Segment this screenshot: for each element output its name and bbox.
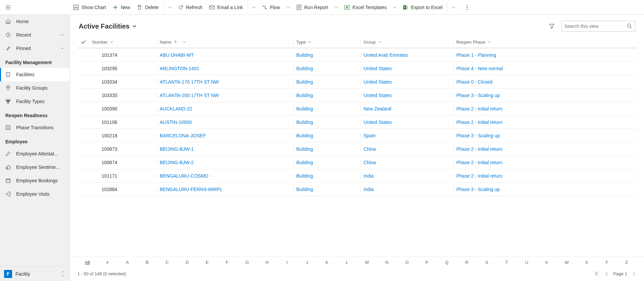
table-row[interactable]: 103334ATLANTA-170 17TH ST NWBuildingUnit… [77, 75, 637, 89]
alpha-filter-x[interactable]: X [577, 259, 597, 266]
cell-group-link[interactable]: China [361, 160, 453, 165]
sidebar-item-facilities[interactable]: Facilities [0, 68, 70, 81]
show-chart-button[interactable]: Show Chart [70, 0, 109, 15]
sidebar-item-home[interactable]: Home [0, 15, 70, 28]
flow-chevron[interactable] [283, 0, 293, 15]
sidebar-footer[interactable]: F Facility [0, 266, 70, 281]
table-row[interactable]: 100218BARCELONA-JOSEPBuildingSpainPhase … [77, 129, 637, 142]
new-button[interactable]: New [109, 0, 134, 15]
search-box[interactable] [561, 21, 635, 32]
select-all-checkbox[interactable] [77, 39, 89, 45]
flow-button[interactable]: Flow [259, 0, 283, 15]
hamburger-menu[interactable] [0, 0, 16, 15]
cell-type-link[interactable]: Building [293, 52, 361, 58]
alpha-filter-g[interactable]: G [237, 259, 257, 266]
cell-type-link[interactable]: Building [293, 173, 361, 179]
alpha-filter-l[interactable]: L [337, 259, 357, 266]
cell-type-link[interactable]: Building [293, 106, 361, 111]
cell-type-link[interactable]: Building [293, 187, 361, 192]
alpha-filter-m[interactable]: M [357, 259, 377, 266]
alpha-filter-p[interactable]: P [417, 259, 437, 266]
cell-phase-link[interactable]: Phase 3 - Scaling up [453, 93, 637, 98]
sidebar-item-recent[interactable]: Recent [0, 28, 70, 42]
cell-phase-link[interactable]: Phase 2 - Initial return [453, 146, 637, 152]
table-row[interactable]: 100874BEIJING-BJW-2BuildingChinaPhase 2 … [77, 156, 637, 169]
excel-templates-button[interactable]: Excel Templates [341, 0, 390, 15]
cell-group-link[interactable]: United Arab Emirates [361, 52, 453, 58]
alpha-filter-n[interactable]: N [377, 259, 397, 266]
cell-phase-link[interactable]: Phase 3 - Scaling up [453, 187, 637, 192]
cell-type-link[interactable]: Building [293, 120, 361, 125]
table-row[interactable]: 102884BENGALURU-FERNS-MIRPLBuildingIndia… [77, 183, 637, 196]
alpha-filter-all[interactable]: All [77, 259, 97, 266]
alpha-filter-q[interactable]: Q [437, 259, 457, 266]
sidebar-item-employee-attestations[interactable]: Employee Attestat... [0, 147, 70, 160]
alpha-filter-c[interactable]: C [157, 259, 177, 266]
alpha-filter-j[interactable]: J [297, 259, 317, 266]
alpha-filter-y[interactable]: Y [597, 259, 616, 266]
search-icon[interactable] [627, 24, 632, 29]
alpha-filter-z[interactable]: Z [617, 259, 637, 266]
alpha-filter-d[interactable]: D [177, 259, 197, 266]
export-chevron[interactable] [449, 0, 458, 15]
cell-name-link[interactable]: BEIJING-BJW-2 [157, 160, 293, 165]
cell-phase-link[interactable]: Phase 0 - Closed [453, 79, 637, 85]
table-row[interactable]: 101106AUSTIN-10900BuildingUnited StatesP… [77, 115, 637, 129]
cell-phase-link[interactable]: Phase 2 - Initial return [453, 173, 637, 179]
cell-name-link[interactable]: ARLINGTON-1401 [157, 66, 293, 71]
cell-type-link[interactable]: Building [293, 160, 361, 165]
cell-group-link[interactable]: United States [361, 66, 453, 71]
alpha-filter-k[interactable]: K [317, 259, 337, 266]
more-commands[interactable] [461, 0, 473, 15]
sidebar-item-phase-transitions[interactable]: Phase Transitions [0, 121, 70, 134]
alpha-filter-e[interactable]: E [197, 259, 217, 266]
delete-chevron[interactable] [165, 0, 175, 15]
cell-group-link[interactable]: United States [361, 120, 453, 125]
templates-chevron[interactable] [390, 0, 400, 15]
sidebar-item-pinned[interactable]: Pinned [0, 42, 70, 55]
cell-name-link[interactable]: BENGALURU-FERNS-MIRPL [157, 187, 293, 192]
cell-name-link[interactable]: BARCELONA-JOSEP [157, 133, 293, 138]
alpha-filter-i[interactable]: I [277, 259, 297, 266]
sidebar-item-employee-bookings[interactable]: Employee Bookings [0, 174, 70, 187]
sidebar-item-facility-types[interactable]: Facility Types [0, 95, 70, 108]
column-header-type[interactable]: Type [293, 40, 361, 45]
cell-phase-link[interactable]: Phase 1 - Planning [453, 52, 637, 58]
alpha-filter-w[interactable]: W [557, 259, 576, 266]
email-link-button[interactable]: Email a Link [206, 0, 246, 15]
filter-button[interactable] [546, 21, 557, 32]
cell-name-link[interactable]: ABU DHABI-WT [157, 52, 293, 58]
column-header-phase[interactable]: Reopen Phase [453, 40, 637, 45]
cell-group-link[interactable]: United States [361, 79, 453, 85]
run-report-button[interactable]: Run Report [293, 0, 332, 15]
cell-type-link[interactable]: Building [293, 146, 361, 152]
alpha-filter-r[interactable]: R [457, 259, 477, 266]
alpha-filter-s[interactable]: S [477, 259, 497, 266]
next-page-icon[interactable] [631, 271, 637, 276]
report-chevron[interactable] [332, 0, 341, 15]
alpha-filter-v[interactable]: V [537, 259, 557, 266]
sidebar-item-facility-groups[interactable]: Facility Groups [0, 81, 70, 95]
cell-name-link[interactable]: AUSTIN-10900 [157, 120, 293, 125]
alpha-filter-t[interactable]: T [497, 259, 517, 266]
cell-group-link[interactable]: New Zealand [361, 106, 453, 111]
cell-phase-link[interactable]: Phase 2 - Initial return [453, 160, 637, 165]
cell-group-link[interactable]: United States [361, 93, 453, 98]
cell-name-link[interactable]: BEIJING-BJW-1 [157, 146, 293, 152]
sidebar-item-employee-sentiment[interactable]: Employee Sentime... [0, 160, 70, 174]
column-header-name[interactable]: Name [157, 40, 293, 45]
cell-name-link[interactable]: ATLANTA-170 17TH ST NW [157, 79, 293, 85]
sidebar-item-employee-visits[interactable]: Employee Visits [0, 187, 70, 201]
table-row[interactable]: 103335ATLANTA-200 17TH ST NWBuildingUnit… [77, 89, 637, 102]
search-input[interactable] [564, 24, 627, 29]
cell-type-link[interactable]: Building [293, 66, 361, 71]
cell-name-link[interactable]: ATLANTA-200 17TH ST NW [157, 93, 293, 98]
cell-type-link[interactable]: Building [293, 93, 361, 98]
delete-button[interactable]: Delete [134, 0, 162, 15]
table-row[interactable]: 100873BEIJING-BJW-1BuildingChinaPhase 2 … [77, 142, 637, 156]
cell-phase-link[interactable]: Phase 2 - Initial return [453, 120, 637, 125]
column-header-group[interactable]: Group [361, 40, 453, 45]
cell-group-link[interactable]: India [361, 187, 453, 192]
email-chevron[interactable] [249, 0, 259, 15]
cell-type-link[interactable]: Building [293, 79, 361, 85]
